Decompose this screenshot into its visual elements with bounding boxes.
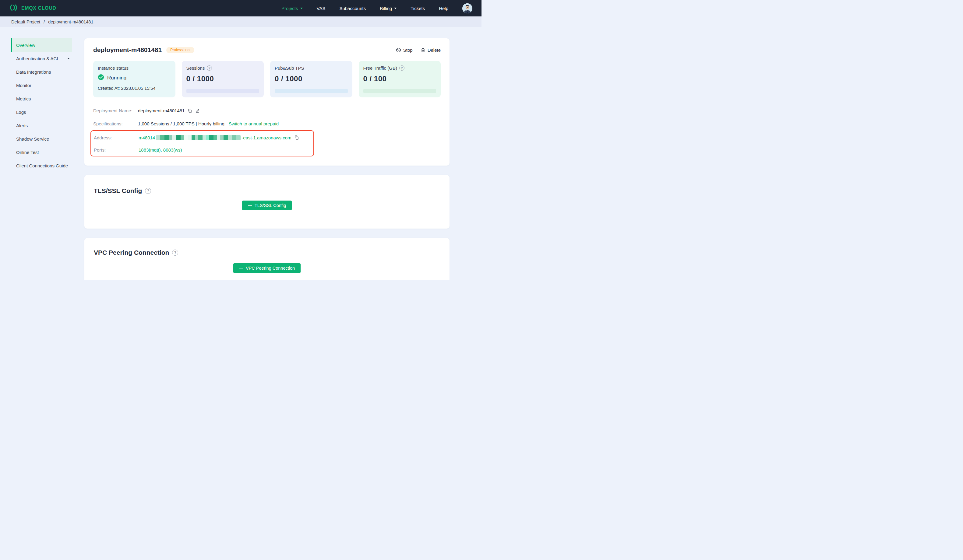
deployment-overview-card: deployment-m4801481 Professional Stop: [84, 38, 449, 165]
sidebar-item-overview[interactable]: Overview: [11, 38, 72, 52]
sidebar-item-online-test[interactable]: Online Test: [11, 146, 72, 159]
address-prefix: m48014: [139, 135, 155, 140]
sidebar-item-logs[interactable]: Logs: [11, 105, 72, 119]
help-icon[interactable]: ?: [399, 65, 404, 71]
copy-icon[interactable]: [294, 135, 299, 140]
sessions-progress-bar: [186, 89, 259, 93]
ports-value: 1883(mqtt), 8083(ws): [139, 147, 182, 152]
copy-icon[interactable]: [187, 108, 192, 113]
sidebar-item-data-integrations[interactable]: Data Integrations: [11, 65, 72, 79]
nav-item-tickets[interactable]: Tickets: [410, 6, 425, 11]
address-suffix: -east-1.amazonaws.com: [242, 135, 291, 140]
breadcrumb-project[interactable]: Default Project: [11, 19, 40, 24]
nav-menu: Projects VAS Subaccounts Billing Tickets…: [281, 3, 472, 13]
nav-item-help[interactable]: Help: [439, 6, 448, 11]
plus-icon: [248, 204, 252, 207]
stat-card-free-traffic: Free Traffic (GB) ? 0 / 100: [359, 61, 441, 97]
deployment-name-label: Deployment Name:: [93, 108, 138, 113]
stat-label: Sessions: [186, 65, 205, 71]
tps-progress-bar: [275, 89, 348, 93]
chevron-down-icon: [67, 58, 70, 59]
stat-label: Instance status: [98, 65, 128, 71]
trash-icon: [421, 47, 425, 53]
deployment-name-row: Deployment Name: deployment-m4801481: [93, 104, 441, 117]
brand-name: EMQX CLOUD: [21, 5, 56, 11]
sidebar-item-metrics[interactable]: Metrics: [11, 92, 72, 105]
sidebar: Overview Authentication & ACL Data Integ…: [0, 27, 73, 172]
nav-item-vas[interactable]: VAS: [317, 6, 326, 11]
nav-item-projects[interactable]: Projects: [281, 6, 302, 11]
specifications-row: Specifications: 1,000 Sessions / 1,000 T…: [93, 117, 441, 130]
stat-card-pubsub-tps: Pub&Sub TPS 0 / 1000: [270, 61, 352, 97]
ports-label: Ports:: [94, 147, 139, 152]
stat-value: 0 / 1000: [186, 74, 259, 83]
plus-icon: [239, 266, 243, 270]
stop-button[interactable]: Stop: [396, 47, 413, 53]
address-row: Address: m48014 -east-1.amazonaws.com: [94, 131, 311, 144]
brand-logo[interactable]: EMQX CLOUD: [9, 3, 56, 13]
tls-section-title: TLS/SSL Config: [94, 187, 142, 194]
deployment-name-value: deployment-m4801481: [138, 108, 185, 113]
nav-item-billing[interactable]: Billing: [380, 6, 397, 11]
plan-badge: Professional: [166, 47, 194, 53]
help-icon[interactable]: ?: [172, 249, 178, 256]
breadcrumb-separator: /: [44, 19, 45, 24]
address-label: Address:: [94, 135, 139, 140]
delete-button[interactable]: Delete: [421, 47, 441, 53]
ports-row: Ports: 1883(mqtt), 8083(ws): [94, 144, 311, 156]
stat-card-sessions: Sessions ? 0 / 1000: [182, 61, 264, 97]
stat-value: 0 / 100: [363, 74, 436, 83]
breadcrumb: Default Project / deployment-m4801481: [0, 16, 481, 27]
stat-card-instance-status: Instance status Running Created At: 2023…: [93, 61, 175, 97]
redacted-address-mosaic: [156, 135, 241, 140]
add-vpc-peering-button[interactable]: VPC Peering Connection: [233, 263, 301, 273]
stat-label: Free Traffic (GB): [363, 65, 397, 71]
chevron-down-icon: [300, 8, 303, 9]
address-highlight-box: Address: m48014 -east-1.amazonaws.com: [91, 130, 314, 157]
sidebar-item-client-connections-guide[interactable]: Client Connections Guide: [11, 159, 72, 172]
deployment-title: deployment-m4801481: [93, 46, 162, 53]
stop-icon: [396, 47, 401, 53]
sidebar-item-monitor[interactable]: Monitor: [11, 79, 72, 92]
top-navbar: EMQX CLOUD Projects VAS Subaccounts Bill…: [0, 0, 481, 16]
sidebar-item-alerts[interactable]: Alerts: [11, 119, 72, 132]
created-at-text: Created At: 2023.01.05 15:54: [98, 86, 171, 91]
status-text: Running: [107, 75, 126, 81]
specifications-label: Specifications:: [93, 121, 138, 126]
emqx-logo-icon: [9, 3, 18, 13]
edit-icon[interactable]: [195, 108, 200, 113]
specifications-value: 1,000 Sessions / 1,000 TPS | Hourly bill…: [138, 121, 224, 126]
vpc-peering-section: VPC Peering Connection ? VPC Peering Con…: [84, 238, 449, 280]
user-avatar[interactable]: [462, 3, 472, 13]
vpc-section-title: VPC Peering Connection: [94, 249, 169, 256]
add-tls-ssl-config-button[interactable]: TLS/SSL Config: [242, 201, 292, 210]
help-icon[interactable]: ?: [145, 188, 151, 194]
tls-ssl-section: TLS/SSL Config ? TLS/SSL Config: [84, 175, 449, 228]
traffic-progress-bar: [363, 89, 436, 93]
nav-item-subaccounts[interactable]: Subaccounts: [339, 6, 366, 11]
stat-label: Pub&Sub TPS: [275, 65, 304, 71]
sidebar-item-shadow-service[interactable]: Shadow Service: [11, 132, 72, 146]
switch-annual-prepaid-link[interactable]: Switch to annual prepaid: [229, 121, 279, 126]
stat-value: 0 / 1000: [275, 74, 348, 83]
breadcrumb-current: deployment-m4801481: [48, 19, 93, 24]
sidebar-item-authentication-acl[interactable]: Authentication & ACL: [11, 52, 72, 65]
chevron-down-icon: [394, 8, 397, 9]
help-icon[interactable]: ?: [207, 65, 212, 71]
check-circle-icon: [98, 74, 104, 82]
